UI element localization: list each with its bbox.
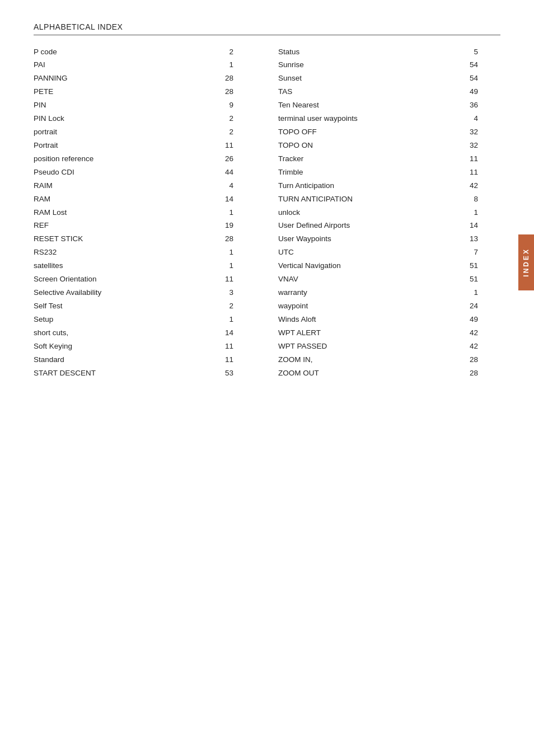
index-page-number: 28	[225, 73, 256, 84]
index-page-number: 11	[225, 341, 256, 353]
list-item: WPT ALERT42	[278, 326, 500, 340]
index-term: VNAV	[278, 274, 470, 285]
list-item: warranty1	[278, 287, 500, 300]
index-term: User Waypoints	[278, 233, 470, 245]
left-column: P code2PAI1PANNING28PETE28PIN9PIN Lock2p…	[34, 45, 256, 380]
list-item: START DESCENT53	[34, 367, 256, 380]
index-page-number: 54	[470, 73, 500, 84]
page-title: ALPHABETICAL INDEX	[34, 22, 123, 31]
index-term: WPT ALERT	[278, 327, 470, 339]
index-page-number: 14	[470, 220, 500, 232]
list-item: Trimble11	[278, 166, 500, 179]
list-item: ZOOM IN,28	[278, 353, 500, 367]
index-term: RS232	[34, 247, 229, 259]
index-term: UTC	[278, 247, 474, 259]
index-page-number: 51	[470, 274, 500, 285]
list-item: Screen Orientation11	[34, 273, 256, 287]
list-item: unlock1	[278, 206, 500, 219]
list-item: TOPO ON32	[278, 139, 500, 152]
index-term: TURN ANTICIPATION	[278, 194, 474, 205]
list-item: ZOOM OUT28	[278, 367, 500, 380]
index-term: RAM Lost	[34, 207, 229, 219]
index-page-number: 51	[470, 260, 500, 272]
list-item: short cuts,14	[34, 326, 256, 340]
index-page-number: 11	[225, 354, 256, 366]
index-term: TAS	[278, 86, 470, 98]
index-term: User Defined Airports	[278, 220, 470, 232]
list-item: satellites1	[34, 260, 256, 273]
list-item: PIN Lock2	[34, 112, 256, 126]
list-item: WPT PASSED42	[278, 340, 500, 353]
index-term: Self Test	[34, 300, 229, 312]
index-page-number: 1	[229, 260, 256, 272]
index-term: REF	[34, 220, 225, 232]
index-page-number: 1	[474, 287, 500, 299]
index-page-number: 13	[470, 233, 500, 245]
list-item: Sunrise54	[278, 59, 500, 72]
list-item: RESET STICK28	[34, 233, 256, 246]
index-page-number: 32	[470, 140, 500, 152]
list-item: RAIM4	[34, 179, 256, 192]
index-term: satellites	[34, 260, 229, 272]
index-term: Selective Availability	[34, 287, 229, 299]
index-term: Sunset	[278, 73, 470, 84]
index-page-number: 7	[474, 247, 500, 259]
side-tab-label: INDEX	[522, 248, 530, 277]
list-item: Ten Nearest36	[278, 99, 500, 112]
list-item: PANNING28	[34, 72, 256, 86]
index-term: Turn Anticipation	[278, 180, 470, 192]
index-term: RAM	[34, 194, 225, 205]
list-item: position reference26	[34, 152, 256, 166]
index-term: Tracker	[278, 153, 470, 165]
index-term: portrait	[34, 126, 229, 138]
index-side-tab: INDEX	[518, 234, 534, 290]
index-page-number: 9	[229, 100, 256, 111]
index-page-number: 49	[470, 314, 500, 326]
index-term: ZOOM IN,	[278, 354, 470, 366]
list-item: terminal user waypoints4	[278, 112, 500, 126]
index-page-number: 1	[229, 59, 256, 71]
index-page-number: 28	[225, 233, 256, 245]
index-term: short cuts,	[34, 327, 225, 339]
list-item: User Waypoints13	[278, 233, 500, 246]
list-item: Vertical Navigation51	[278, 260, 500, 273]
list-item: Sunset54	[278, 72, 500, 86]
index-term: terminal user waypoints	[278, 113, 474, 125]
list-item: waypoint24	[278, 300, 500, 313]
list-item: Self Test2	[34, 300, 256, 313]
list-item: TOPO OFF32	[278, 126, 500, 139]
index-term: RAIM	[34, 180, 229, 192]
list-item: Pseudo CDI44	[34, 166, 256, 179]
list-item: RAM14	[34, 192, 256, 206]
index-page-number: 2	[229, 113, 256, 125]
index-page-number: 53	[225, 368, 256, 379]
list-item: TURN ANTICIPATION8	[278, 192, 500, 206]
index-page-number: 54	[470, 59, 500, 71]
list-item: P code2	[34, 45, 256, 59]
index-page-number: 3	[229, 287, 256, 299]
list-item: Status5	[278, 45, 500, 59]
list-item: Turn Anticipation42	[278, 179, 500, 192]
index-term: P code	[34, 46, 229, 58]
index-page-number: 2	[229, 300, 256, 312]
list-item: REF19	[34, 219, 256, 233]
index-page-number: 1	[229, 314, 256, 326]
index-page-number: 42	[470, 180, 500, 192]
list-item: Selective Availability3	[34, 287, 256, 300]
index-page-number: 11	[225, 274, 256, 285]
column-divider	[256, 45, 278, 380]
index-term: PANNING	[34, 73, 225, 84]
list-item: PAI1	[34, 59, 256, 72]
index-page-number: 26	[225, 153, 256, 165]
index-page-number: 11	[470, 153, 500, 165]
index-page-number: 1	[474, 207, 500, 219]
index-term: Ten Nearest	[278, 100, 470, 111]
index-term: START DESCENT	[34, 368, 225, 379]
index-term: unlock	[278, 207, 474, 219]
index-page-number: 14	[225, 194, 256, 205]
index-page-number: 24	[470, 300, 500, 312]
index-page-number: 1	[229, 247, 256, 259]
list-item: VNAV51	[278, 273, 500, 287]
list-item: RS2321	[34, 246, 256, 260]
right-column: Status5Sunrise54Sunset54TAS49Ten Nearest…	[278, 45, 500, 380]
